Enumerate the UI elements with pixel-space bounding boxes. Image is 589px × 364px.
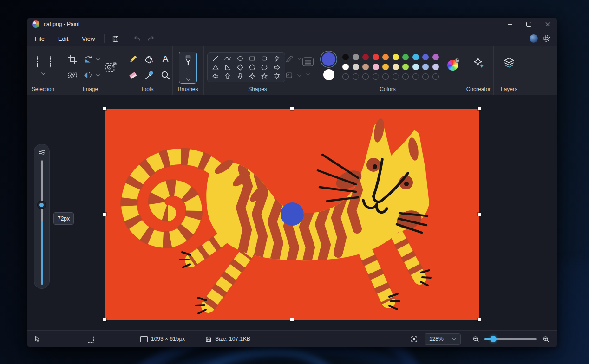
shape-oval[interactable] [235,55,245,62]
menu-edit[interactable]: Edit [52,33,74,45]
selection-handle-s[interactable] [290,318,294,321]
color-swatch[interactable] [412,54,419,60]
shape-diamond[interactable] [235,64,245,71]
layers-icon[interactable] [503,57,515,69]
chevron-down-icon[interactable] [96,73,100,77]
selection-tool-icon[interactable] [37,56,51,68]
shape-line[interactable] [210,55,221,62]
cocreator-sparkle-icon[interactable] [473,57,485,69]
color-swatch[interactable] [432,54,439,60]
zoom-out-icon[interactable] [472,335,480,343]
color-swatch[interactable] [422,64,429,70]
shape-pentagon[interactable] [247,64,257,71]
color-swatch[interactable] [342,64,349,70]
zoom-level-dropdown[interactable]: 128% [425,333,461,345]
settings-gear-icon[interactable] [543,34,551,43]
undo-button[interactable] [130,33,144,44]
chevron-down-icon[interactable] [96,58,100,61]
color-swatch[interactable] [362,64,369,70]
color-swatch[interactable] [342,54,349,60]
chevron-down-icon[interactable] [306,72,310,76]
color-swatch[interactable] [353,54,359,60]
shape-star-5[interactable] [259,72,269,80]
secondary-color-swatch[interactable] [323,69,334,80]
color-swatch-empty[interactable] [362,73,369,80]
color-picker-tool-icon[interactable] [144,70,155,81]
selection-handle-sw[interactable] [103,318,106,321]
brush-size-slider[interactable] [41,160,43,285]
eraser-tool-icon[interactable] [127,70,138,81]
shape-arrow-down[interactable] [235,72,245,80]
account-avatar[interactable] [530,34,538,43]
shape-rectangle[interactable] [247,55,257,62]
color-swatch[interactable] [432,64,439,70]
fill-tool-icon[interactable] [144,54,155,65]
drawing-canvas[interactable] [105,109,479,320]
zoom-in-icon[interactable] [542,335,550,343]
color-swatch-empty[interactable] [373,73,379,80]
shape-arrow-left[interactable] [210,72,221,80]
zoom-slider[interactable] [484,338,537,340]
color-swatch[interactable] [373,54,379,60]
selection-handle-n[interactable] [290,107,294,110]
color-swatch[interactable] [402,64,409,70]
remove-background-icon[interactable] [105,61,118,74]
color-swatch-empty[interactable] [353,73,359,80]
color-swatch[interactable] [373,64,379,70]
flip-icon[interactable] [83,70,93,80]
brush-size-slider-thumb[interactable] [38,201,46,209]
color-swatch-empty[interactable] [393,73,399,80]
pencil-tool-icon[interactable] [127,54,138,65]
color-swatch-empty[interactable] [342,73,349,80]
minimize-button[interactable] [500,18,519,31]
chevron-down-icon[interactable] [41,72,45,75]
shape-triangle[interactable] [210,64,221,71]
menu-file[interactable]: File [29,33,50,45]
shape-star-4[interactable] [247,72,257,80]
selection-handle-se[interactable] [478,318,481,321]
magnifier-tool-icon[interactable] [160,70,171,81]
fit-to-screen-icon[interactable] [410,335,418,343]
color-swatch[interactable] [422,54,429,60]
color-swatch[interactable] [393,54,399,60]
menu-view[interactable]: View [76,33,100,45]
shape-outline-icon[interactable] [285,54,294,63]
shape-curve[interactable] [223,55,233,62]
crop-icon[interactable] [67,54,78,65]
maximize-button[interactable] [519,18,538,31]
color-swatch[interactable] [382,64,389,70]
save-button[interactable] [108,33,122,44]
color-swatch-empty[interactable] [432,73,439,80]
selection-handle-e[interactable] [478,213,481,216]
selection-handle-ne[interactable] [478,107,481,110]
chevron-down-icon[interactable] [297,57,301,60]
redo-button[interactable] [144,33,158,44]
color-swatch[interactable] [382,54,389,60]
edit-colors-wheel-icon[interactable] [447,60,458,71]
color-swatch-empty[interactable] [402,73,409,80]
color-swatch[interactable] [362,54,369,60]
chevron-down-icon[interactable] [297,73,301,77]
selection-handle-w[interactable] [103,213,106,216]
close-button[interactable] [538,18,557,31]
brush-selector[interactable] [179,52,197,84]
shape-arrow-right[interactable] [272,64,282,71]
color-swatch[interactable] [412,64,419,70]
color-swatch[interactable] [402,54,409,60]
text-tool-icon[interactable]: A [160,53,171,65]
primary-color-swatch[interactable] [322,52,335,66]
color-swatch-empty[interactable] [382,73,389,80]
color-swatch-empty[interactable] [412,73,419,80]
shape-rounded-rectangle[interactable] [259,55,269,62]
color-swatch[interactable] [353,64,359,70]
zoom-slider-thumb[interactable] [490,336,497,342]
shape-fill-icon[interactable] [285,71,294,80]
resize-skew-icon[interactable] [67,70,78,80]
shape-star-6[interactable] [272,72,282,80]
shape-hexagon[interactable] [259,64,269,71]
selection-handle-nw[interactable] [103,107,106,110]
shape-arrow-up[interactable] [223,72,233,80]
color-swatch-empty[interactable] [422,73,429,80]
rotate-icon[interactable] [83,54,93,65]
color-swatch[interactable] [393,64,399,70]
